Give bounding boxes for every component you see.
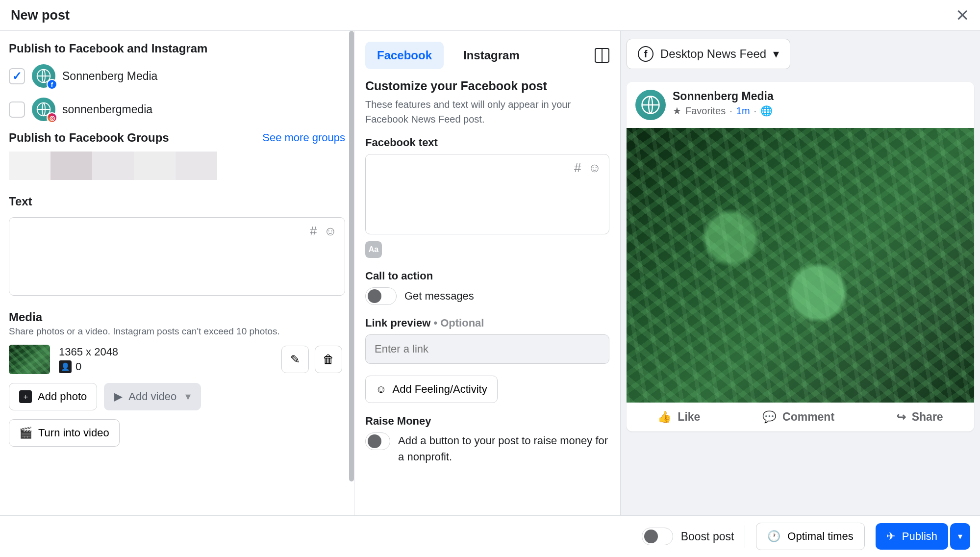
send-icon: ✈ [886, 530, 895, 543]
divider [745, 525, 745, 548]
scrollbar[interactable] [349, 31, 354, 481]
link-preview-label: Link preview • Optional [365, 317, 609, 329]
publish-button[interactable]: ✈ Publish [876, 523, 948, 550]
cta-toggle[interactable] [365, 287, 397, 305]
globe-icon: 🌐 [760, 105, 773, 117]
raise-money-text: Add a button to your post to raise money… [398, 432, 609, 465]
delete-media-button[interactable]: 🗑 [315, 346, 342, 373]
optimal-times-button[interactable]: 🕐 Optimal times [756, 523, 864, 550]
tab-instagram[interactable]: Instagram [452, 42, 531, 69]
group-thumbnails[interactable] [9, 152, 345, 180]
group-thumbnail[interactable] [9, 152, 50, 180]
tag-count: 0 [75, 360, 81, 373]
feed-selector[interactable]: f Desktop News Feed ▾ [627, 39, 790, 69]
text-heading: Text [9, 195, 345, 208]
customize-panel: Facebook Instagram Customize your Facebo… [354, 31, 621, 515]
avatar: f [32, 64, 55, 88]
video-icon: ▶ [114, 390, 123, 403]
instagram-badge-icon: ◎ [47, 112, 57, 123]
emoji-icon[interactable]: ☺ [588, 160, 601, 176]
boost-post-label: Boost post [681, 530, 734, 543]
cta-heading: Call to action [365, 270, 609, 282]
split-view-icon[interactable] [595, 48, 609, 63]
tab-facebook[interactable]: Facebook [365, 42, 444, 69]
post-text-input[interactable]: # ☺ [9, 217, 345, 296]
chevron-down-icon: ▾ [185, 390, 191, 403]
comment-button[interactable]: 💬 Comment [762, 410, 834, 424]
preview-page-name[interactable]: Sonnenberg Media [673, 90, 774, 103]
preview-image [627, 128, 974, 403]
group-thumbnail[interactable] [176, 152, 217, 180]
emoji-icon: ☺ [376, 383, 386, 396]
raise-money-heading: Raise Money [365, 415, 609, 428]
account-row-facebook[interactable]: f Sonnenberg Media [9, 64, 345, 88]
account-row-instagram[interactable]: ◎ sonnenbergmedia [9, 98, 345, 121]
like-icon: 👍 [657, 410, 672, 424]
post-time: 1m [736, 105, 750, 117]
customize-heading: Customize your Facebook post [365, 79, 609, 93]
boost-post-toggle[interactable] [642, 528, 673, 545]
customize-subtext: These features and text will only appear… [365, 97, 609, 127]
turn-into-video-button[interactable]: 🎬 Turn into video [9, 419, 120, 447]
facebook-text-input[interactable]: # ☺ [365, 154, 609, 234]
compose-panel: Publish to Facebook and Instagram f Sonn… [0, 31, 354, 515]
edit-media-button[interactable]: ✎ [281, 346, 309, 373]
share-button[interactable]: ↪ Share [897, 410, 943, 424]
see-more-groups-link[interactable]: See more groups [262, 131, 345, 144]
group-thumbnail[interactable] [50, 152, 92, 180]
chevron-down-icon: ▾ [773, 47, 779, 61]
publish-dropdown-button[interactable]: ▾ [950, 523, 970, 550]
media-thumbnail[interactable] [9, 345, 50, 374]
account-name: Sonnenberg Media [62, 70, 157, 83]
add-video-button[interactable]: ▶ Add video ▾ [104, 383, 201, 410]
hashtag-icon[interactable]: # [574, 160, 581, 176]
media-subtext: Share photos or a video. Instagram posts… [9, 326, 345, 337]
media-heading: Media [9, 310, 345, 324]
add-photo-button[interactable]: ＋ Add photo [9, 383, 97, 410]
avatar: ◎ [32, 98, 55, 121]
account-checkbox-facebook[interactable] [9, 68, 25, 84]
preview-panel: f Desktop News Feed ▾ Sonnenberg Media ★… [621, 31, 980, 515]
facebook-badge-icon: f [47, 79, 57, 90]
close-button[interactable]: ✕ [955, 7, 969, 24]
text-style-button[interactable]: Aa [365, 241, 382, 258]
avatar [635, 90, 666, 120]
comment-icon: 💬 [762, 410, 777, 424]
emoji-icon[interactable]: ☺ [324, 224, 337, 239]
hashtag-icon[interactable]: # [310, 224, 317, 239]
account-checkbox-instagram[interactable] [9, 101, 25, 118]
group-thumbnail[interactable] [134, 152, 176, 180]
clock-icon: 🕐 [767, 530, 780, 543]
add-photo-icon: ＋ [19, 390, 32, 403]
post-preview-card: Sonnenberg Media ★ Favorites · 1m · 🌐 👍 … [627, 82, 974, 431]
tag-people-icon[interactable]: 👤 [59, 360, 72, 373]
raise-money-toggle[interactable] [365, 432, 390, 450]
publish-accounts-heading: Publish to Facebook and Instagram [9, 42, 345, 55]
page-title: New post [11, 8, 70, 23]
account-name: sonnenbergmedia [62, 103, 152, 116]
like-button[interactable]: 👍 Like [657, 410, 700, 424]
share-icon: ↪ [897, 410, 906, 424]
facebook-circle-icon: f [638, 46, 653, 62]
add-feeling-button[interactable]: ☺ Add Feeling/Activity [365, 376, 498, 403]
favorites-label: Favorites [685, 105, 726, 117]
cta-label: Get messages [404, 290, 474, 303]
sparkle-video-icon: 🎬 [19, 427, 32, 439]
media-dimensions: 1365 x 2048 [59, 346, 118, 358]
facebook-text-label: Facebook text [365, 136, 609, 149]
group-thumbnail[interactable] [92, 152, 134, 180]
link-preview-input[interactable] [365, 334, 609, 364]
favorites-star-icon: ★ [673, 105, 681, 117]
publish-groups-heading: Publish to Facebook Groups [9, 131, 169, 145]
